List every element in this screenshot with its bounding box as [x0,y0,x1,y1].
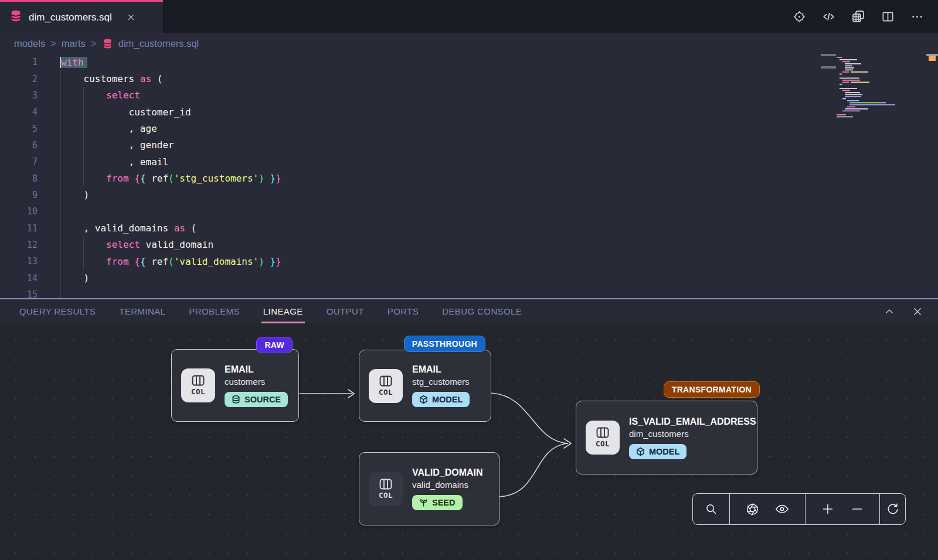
code-lines: 1with2 customers as (3 select4 customer_… [0,54,938,298]
edge-valid-domains-to-dim [499,443,567,497]
resource-pill-source: SOURCE [225,392,288,407]
column-chip: COL [181,368,215,402]
code-icon[interactable] [822,10,835,23]
columns-icon [379,479,392,490]
column-name: VALID_DOMAIN [412,467,483,478]
passthrough-badge: PASSTHROUGH [404,336,485,352]
indent-guide [83,87,84,187]
line-number: 6 [0,140,38,151]
line-number: 13 [0,256,38,267]
code-line: 7 , email [0,153,938,170]
code-line: 4 customer_id [0,104,938,120]
raw-badge: RAW [256,337,293,353]
indent-guide [83,237,84,270]
resource-pill-model: MODEL [412,392,470,407]
lineage-toolbar [692,493,906,525]
code-line: 9 ) [0,187,938,203]
breadcrumb-separator: > [50,38,56,49]
seedling-icon [419,498,428,507]
minimap[interactable] [837,55,906,172]
line-number: 5 [0,124,38,134]
refresh-icon[interactable] [886,503,899,515]
breadcrumb-separator: > [91,38,97,49]
breadcrumb-file[interactable]: dim_customers.sql [118,38,199,49]
line-number: 4 [0,107,38,117]
tab-terminal[interactable]: TERMINAL [119,299,165,323]
transformation-badge: TRANSFORMATION [664,381,760,398]
code-line: 3 select [0,87,938,104]
code-line: 1with [0,54,938,70]
column-name: EMAIL [225,364,254,375]
eye-icon[interactable] [775,502,789,516]
lineage-node-stg-customers[interactable]: PASSTHROUGH COL EMAIL stg_customers MODE… [359,350,491,422]
line-number: 7 [0,156,38,167]
tab-title: dim_customers.sql [29,12,112,23]
line-number: 8 [0,173,38,184]
breadcrumb-item-models[interactable]: models [14,38,45,49]
database-icon [9,9,22,25]
code-line: 10 [0,203,938,220]
tab-ports[interactable]: PORTS [388,299,419,323]
lineage-node-dim-customers[interactable]: TRANSFORMATION COL IS_VALID_EMAIL_ADDRES… [576,401,757,474]
code-line: 13 from {{ ref('valid_domains') }} [0,253,938,269]
code-line: 6 , gender [0,137,938,153]
columns-icon [192,375,205,386]
line-number: 11 [0,223,38,234]
line-number: 15 [0,289,38,298]
copy-table-icon[interactable] [851,9,865,23]
split-editor-icon[interactable] [881,10,895,23]
tab-bar: dim_customers.sql [0,0,938,33]
table-name: customers [225,377,265,387]
tab-query-results[interactable]: QUERY RESULTS [19,299,96,323]
line-number: 10 [0,206,38,217]
code-line: 12 select valid_domain [0,237,938,253]
zoom-in-icon[interactable] [821,503,834,515]
dbt-logo-icon[interactable] [793,10,806,23]
minimap-selection-mark [821,54,836,56]
cube-icon [419,395,428,404]
column-chip: COL [586,421,620,455]
tab-lineage[interactable]: LINEAGE [263,299,303,323]
editor-tab[interactable]: dim_customers.sql [0,0,163,33]
table-name: valid_domains [412,480,468,490]
column-name: EMAIL [412,364,441,375]
column-name: IS_VALID_EMAIL_ADDRESS [629,416,756,427]
close-panel-icon[interactable] [912,306,923,317]
zoom-out-icon[interactable] [851,503,864,515]
code-line: 2 customers as ( [0,70,938,87]
search-icon[interactable] [705,503,718,515]
line-number: 9 [0,190,38,200]
code-line: 8 from {{ ref('stg_customers') }} [0,170,938,186]
indent-guide [60,70,61,298]
column-chip: COL [369,472,403,506]
lineage-node-customers[interactable]: RAW COL EMAIL customers SOURCE [171,349,299,422]
tab-output[interactable]: OUTPUT [327,299,364,323]
breadcrumb: models > marts > dim_customers.sql [0,33,938,54]
code-editor[interactable]: 1with2 customers as (3 select4 customer_… [0,54,938,298]
chevron-up-icon[interactable] [884,306,895,317]
code-line: 15 [0,286,938,298]
tab-debug-console[interactable]: DEBUG CONSOLE [442,299,522,323]
lineage-canvas[interactable]: RAW COL EMAIL customers SOURCE PASSTHROU… [0,323,938,560]
edge-stg-to-dim [491,393,567,443]
table-name: dim_customers [629,429,689,439]
table-name: stg_customers [412,377,470,387]
column-chip: COL [369,369,403,403]
tab-problems[interactable]: PROBLEMS [189,299,240,323]
line-number: 3 [0,90,38,101]
database-icon [102,38,113,49]
editor-actions [793,0,938,33]
minimap-selection-mark [821,66,836,69]
breadcrumb-item-marts[interactable]: marts [62,38,86,49]
line-number: 1 [0,57,38,67]
lineage-node-valid-domains[interactable]: COL VALID_DOMAIN valid_domains SEED [359,452,499,525]
code-line: 5 , age [0,120,938,136]
code-line: 14 ) [0,269,938,286]
tab-close-icon[interactable] [127,13,135,22]
bottom-panel-header: QUERY RESULTS TERMINAL PROBLEMS LINEAGE … [0,298,938,323]
more-icon[interactable] [910,10,924,23]
database-icon [232,395,240,404]
cube-icon [636,447,645,456]
aperture-icon[interactable] [746,503,759,516]
code-line: 11 , valid_domains as ( [0,220,938,236]
